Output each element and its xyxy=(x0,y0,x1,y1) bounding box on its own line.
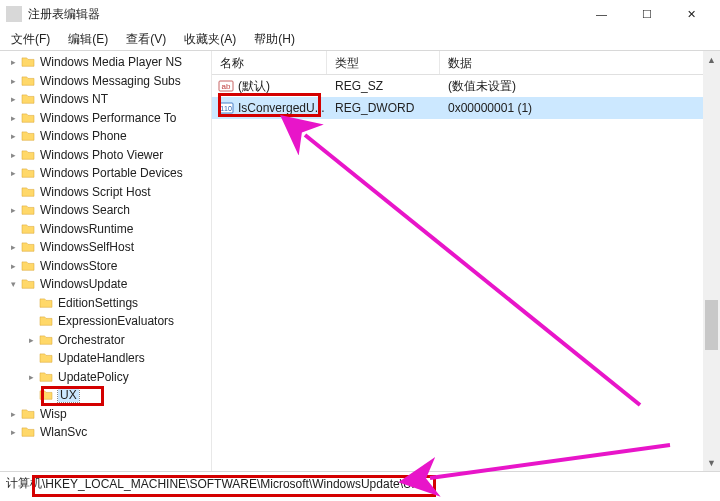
chevron-icon[interactable]: ▸ xyxy=(6,205,20,215)
tree-label[interactable]: UX xyxy=(58,388,79,402)
tree-node[interactable]: ▸Windows Media Player NS xyxy=(0,53,211,72)
svg-text:ab: ab xyxy=(222,82,231,91)
close-button[interactable]: ✕ xyxy=(669,0,714,28)
folder-icon xyxy=(20,148,36,162)
value-row[interactable]: ab(默认)REG_SZ(数值未设置) xyxy=(212,75,720,97)
tree-node[interactable]: WindowsRuntime xyxy=(0,220,211,239)
tree-label[interactable]: Windows Phone xyxy=(40,129,127,143)
chevron-icon[interactable]: ▸ xyxy=(6,57,20,67)
tree-node[interactable]: ▾WindowsUpdate xyxy=(0,275,211,294)
tree-label[interactable]: Orchestrator xyxy=(58,333,125,347)
col-type[interactable]: 类型 xyxy=(327,51,440,74)
status-path: \HKEY_LOCAL_MACHINE\SOFTWARE\Microsoft\W… xyxy=(42,477,420,491)
menu-bar: 文件(F) 编辑(E) 查看(V) 收藏夹(A) 帮助(H) xyxy=(0,28,720,50)
tree-node[interactable]: ▸WlanSvc xyxy=(0,423,211,442)
value-name: (默认) xyxy=(238,78,270,95)
tree-node[interactable]: ExpressionEvaluators xyxy=(0,312,211,331)
value-data: (数值未设置) xyxy=(440,78,720,95)
chevron-icon[interactable]: ▸ xyxy=(6,168,20,178)
chevron-icon[interactable]: ▸ xyxy=(6,150,20,160)
folder-icon xyxy=(38,296,54,310)
tree-node[interactable]: ▸Windows Search xyxy=(0,201,211,220)
menu-edit[interactable]: 编辑(E) xyxy=(59,29,117,50)
list-view[interactable]: 名称 类型 数据 ab(默认)REG_SZ(数值未设置)110IsConverg… xyxy=(212,51,720,471)
window-title: 注册表编辑器 xyxy=(28,6,579,23)
menu-file[interactable]: 文件(F) xyxy=(2,29,59,50)
tree-label[interactable]: Wisp xyxy=(40,407,67,421)
maximize-button[interactable]: ☐ xyxy=(624,0,669,28)
chevron-icon[interactable]: ▸ xyxy=(6,76,20,86)
folder-icon xyxy=(20,240,36,254)
tree-node[interactable]: ▸WindowsSelfHost xyxy=(0,238,211,257)
chevron-icon[interactable]: ▸ xyxy=(6,113,20,123)
tree-label[interactable]: Windows Script Host xyxy=(40,185,151,199)
tree-node[interactable]: ▸Wisp xyxy=(0,405,211,424)
tree-node[interactable]: ▸Windows Phone xyxy=(0,127,211,146)
folder-icon xyxy=(38,314,54,328)
binary-value-icon: 110 xyxy=(218,100,234,116)
menu-favorites[interactable]: 收藏夹(A) xyxy=(175,29,245,50)
tree-label[interactable]: Windows Messaging Subs xyxy=(40,74,181,88)
chevron-icon[interactable]: ▸ xyxy=(6,261,20,271)
tree-label[interactable]: EditionSettings xyxy=(58,296,138,310)
scroll-thumb[interactable] xyxy=(705,300,718,350)
value-type: REG_DWORD xyxy=(327,101,440,115)
chevron-icon[interactable]: ▾ xyxy=(6,279,20,289)
tree-label[interactable]: Windows Performance To xyxy=(40,111,177,125)
tree-label[interactable]: Windows NT xyxy=(40,92,108,106)
tree-label[interactable]: Windows Photo Viewer xyxy=(40,148,163,162)
folder-icon xyxy=(20,166,36,180)
window-controls: — ☐ ✕ xyxy=(579,0,714,28)
tree-node[interactable]: ▸Windows NT xyxy=(0,90,211,109)
chevron-icon[interactable]: ▸ xyxy=(6,409,20,419)
tree-label[interactable]: Windows Media Player NS xyxy=(40,55,182,69)
tree-label[interactable]: Windows Search xyxy=(40,203,130,217)
tree-node[interactable]: ▸Windows Photo Viewer xyxy=(0,146,211,165)
tree-node[interactable]: Windows Script Host xyxy=(0,183,211,202)
column-headers: 名称 类型 数据 xyxy=(212,51,720,75)
tree-label[interactable]: ExpressionEvaluators xyxy=(58,314,174,328)
tree-label[interactable]: UpdatePolicy xyxy=(58,370,129,384)
vertical-scrollbar[interactable]: ▲ ▼ xyxy=(703,51,720,471)
tree-label[interactable]: WindowsStore xyxy=(40,259,117,273)
tree-node[interactable]: ▸Orchestrator xyxy=(0,331,211,350)
tree-node[interactable]: UpdateHandlers xyxy=(0,349,211,368)
scroll-track[interactable] xyxy=(703,68,720,454)
minimize-button[interactable]: — xyxy=(579,0,624,28)
menu-view[interactable]: 查看(V) xyxy=(117,29,175,50)
tree-node[interactable]: ▸Windows Messaging Subs xyxy=(0,72,211,91)
col-name[interactable]: 名称 xyxy=(212,51,327,74)
tree-node[interactable]: ▸WindowsStore xyxy=(0,257,211,276)
tree-label[interactable]: WindowsUpdate xyxy=(40,277,127,291)
scroll-down-icon[interactable]: ▼ xyxy=(703,454,720,471)
menu-help[interactable]: 帮助(H) xyxy=(245,29,304,50)
folder-icon xyxy=(20,129,36,143)
folder-icon xyxy=(20,55,36,69)
tree-label[interactable]: WindowsRuntime xyxy=(40,222,133,236)
folder-icon xyxy=(38,351,54,365)
scroll-up-icon[interactable]: ▲ xyxy=(703,51,720,68)
folder-icon xyxy=(20,407,36,421)
folder-icon xyxy=(20,185,36,199)
folder-icon xyxy=(20,74,36,88)
tree-label[interactable]: WlanSvc xyxy=(40,425,87,439)
chevron-icon[interactable]: ▸ xyxy=(24,372,38,382)
value-data: 0x00000001 (1) xyxy=(440,101,720,115)
folder-icon xyxy=(38,333,54,347)
chevron-icon[interactable]: ▸ xyxy=(6,131,20,141)
tree-node[interactable]: ▸UpdatePolicy xyxy=(0,368,211,387)
tree-label[interactable]: WindowsSelfHost xyxy=(40,240,134,254)
tree-node[interactable]: UX xyxy=(0,386,211,405)
tree-label[interactable]: UpdateHandlers xyxy=(58,351,145,365)
col-data[interactable]: 数据 xyxy=(440,51,720,74)
tree-view[interactable]: ▸Windows Media Player NS▸Windows Messagi… xyxy=(0,51,212,471)
tree-node[interactable]: ▸Windows Performance To xyxy=(0,109,211,128)
value-row[interactable]: 110IsConvergedU...REG_DWORD0x00000001 (1… xyxy=(212,97,720,119)
tree-node[interactable]: EditionSettings xyxy=(0,294,211,313)
chevron-icon[interactable]: ▸ xyxy=(6,427,20,437)
tree-node[interactable]: ▸Windows Portable Devices xyxy=(0,164,211,183)
chevron-icon[interactable]: ▸ xyxy=(24,335,38,345)
tree-label[interactable]: Windows Portable Devices xyxy=(40,166,183,180)
chevron-icon[interactable]: ▸ xyxy=(6,242,20,252)
chevron-icon[interactable]: ▸ xyxy=(6,94,20,104)
